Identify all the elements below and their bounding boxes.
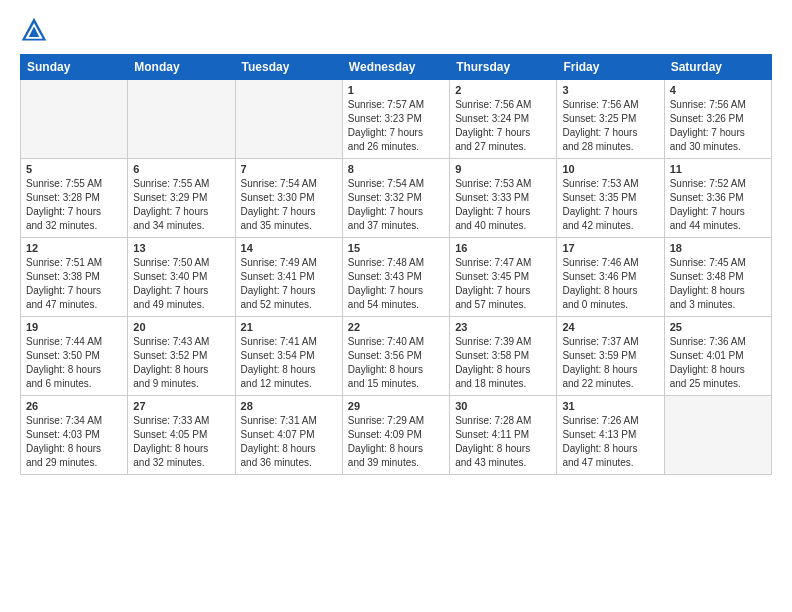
- weekday-header-saturday: Saturday: [664, 55, 771, 80]
- day-number: 22: [348, 321, 444, 333]
- day-number: 11: [670, 163, 766, 175]
- day-number: 28: [241, 400, 337, 412]
- day-info: Sunrise: 7:34 AM Sunset: 4:03 PM Dayligh…: [26, 414, 122, 470]
- calendar-cell: [21, 80, 128, 159]
- calendar-cell: 8Sunrise: 7:54 AM Sunset: 3:32 PM Daylig…: [342, 159, 449, 238]
- day-info: Sunrise: 7:26 AM Sunset: 4:13 PM Dayligh…: [562, 414, 658, 470]
- calendar-week-2: 5Sunrise: 7:55 AM Sunset: 3:28 PM Daylig…: [21, 159, 772, 238]
- day-number: 17: [562, 242, 658, 254]
- day-number: 5: [26, 163, 122, 175]
- day-info: Sunrise: 7:49 AM Sunset: 3:41 PM Dayligh…: [241, 256, 337, 312]
- logo-icon: [20, 16, 48, 44]
- calendar-cell: 9Sunrise: 7:53 AM Sunset: 3:33 PM Daylig…: [450, 159, 557, 238]
- day-number: 23: [455, 321, 551, 333]
- calendar-cell: 3Sunrise: 7:56 AM Sunset: 3:25 PM Daylig…: [557, 80, 664, 159]
- day-number: 18: [670, 242, 766, 254]
- calendar-cell: [664, 396, 771, 475]
- day-info: Sunrise: 7:54 AM Sunset: 3:30 PM Dayligh…: [241, 177, 337, 233]
- day-info: Sunrise: 7:50 AM Sunset: 3:40 PM Dayligh…: [133, 256, 229, 312]
- day-info: Sunrise: 7:57 AM Sunset: 3:23 PM Dayligh…: [348, 98, 444, 154]
- weekday-header-row: SundayMondayTuesdayWednesdayThursdayFrid…: [21, 55, 772, 80]
- day-info: Sunrise: 7:45 AM Sunset: 3:48 PM Dayligh…: [670, 256, 766, 312]
- weekday-header-wednesday: Wednesday: [342, 55, 449, 80]
- calendar-cell: 30Sunrise: 7:28 AM Sunset: 4:11 PM Dayli…: [450, 396, 557, 475]
- day-info: Sunrise: 7:44 AM Sunset: 3:50 PM Dayligh…: [26, 335, 122, 391]
- weekday-header-friday: Friday: [557, 55, 664, 80]
- day-number: 4: [670, 84, 766, 96]
- calendar-cell: 24Sunrise: 7:37 AM Sunset: 3:59 PM Dayli…: [557, 317, 664, 396]
- day-info: Sunrise: 7:37 AM Sunset: 3:59 PM Dayligh…: [562, 335, 658, 391]
- calendar-cell: 25Sunrise: 7:36 AM Sunset: 4:01 PM Dayli…: [664, 317, 771, 396]
- calendar-table: SundayMondayTuesdayWednesdayThursdayFrid…: [20, 54, 772, 475]
- day-number: 19: [26, 321, 122, 333]
- day-info: Sunrise: 7:51 AM Sunset: 3:38 PM Dayligh…: [26, 256, 122, 312]
- calendar-cell: 19Sunrise: 7:44 AM Sunset: 3:50 PM Dayli…: [21, 317, 128, 396]
- calendar-cell: 5Sunrise: 7:55 AM Sunset: 3:28 PM Daylig…: [21, 159, 128, 238]
- day-info: Sunrise: 7:36 AM Sunset: 4:01 PM Dayligh…: [670, 335, 766, 391]
- day-number: 1: [348, 84, 444, 96]
- day-info: Sunrise: 7:55 AM Sunset: 3:29 PM Dayligh…: [133, 177, 229, 233]
- calendar-cell: 28Sunrise: 7:31 AM Sunset: 4:07 PM Dayli…: [235, 396, 342, 475]
- day-info: Sunrise: 7:39 AM Sunset: 3:58 PM Dayligh…: [455, 335, 551, 391]
- header: [20, 16, 772, 44]
- calendar-cell: 4Sunrise: 7:56 AM Sunset: 3:26 PM Daylig…: [664, 80, 771, 159]
- day-info: Sunrise: 7:43 AM Sunset: 3:52 PM Dayligh…: [133, 335, 229, 391]
- day-info: Sunrise: 7:41 AM Sunset: 3:54 PM Dayligh…: [241, 335, 337, 391]
- day-number: 14: [241, 242, 337, 254]
- calendar-cell: 17Sunrise: 7:46 AM Sunset: 3:46 PM Dayli…: [557, 238, 664, 317]
- calendar-cell: [235, 80, 342, 159]
- day-number: 10: [562, 163, 658, 175]
- day-info: Sunrise: 7:28 AM Sunset: 4:11 PM Dayligh…: [455, 414, 551, 470]
- day-info: Sunrise: 7:46 AM Sunset: 3:46 PM Dayligh…: [562, 256, 658, 312]
- day-number: 9: [455, 163, 551, 175]
- day-number: 24: [562, 321, 658, 333]
- calendar-cell: 21Sunrise: 7:41 AM Sunset: 3:54 PM Dayli…: [235, 317, 342, 396]
- day-number: 20: [133, 321, 229, 333]
- calendar-cell: 15Sunrise: 7:48 AM Sunset: 3:43 PM Dayli…: [342, 238, 449, 317]
- day-info: Sunrise: 7:29 AM Sunset: 4:09 PM Dayligh…: [348, 414, 444, 470]
- weekday-header-tuesday: Tuesday: [235, 55, 342, 80]
- calendar-cell: 31Sunrise: 7:26 AM Sunset: 4:13 PM Dayli…: [557, 396, 664, 475]
- day-number: 31: [562, 400, 658, 412]
- day-info: Sunrise: 7:31 AM Sunset: 4:07 PM Dayligh…: [241, 414, 337, 470]
- day-info: Sunrise: 7:40 AM Sunset: 3:56 PM Dayligh…: [348, 335, 444, 391]
- calendar-cell: 29Sunrise: 7:29 AM Sunset: 4:09 PM Dayli…: [342, 396, 449, 475]
- calendar-cell: 22Sunrise: 7:40 AM Sunset: 3:56 PM Dayli…: [342, 317, 449, 396]
- calendar-week-4: 19Sunrise: 7:44 AM Sunset: 3:50 PM Dayli…: [21, 317, 772, 396]
- day-number: 29: [348, 400, 444, 412]
- day-info: Sunrise: 7:55 AM Sunset: 3:28 PM Dayligh…: [26, 177, 122, 233]
- calendar-cell: 10Sunrise: 7:53 AM Sunset: 3:35 PM Dayli…: [557, 159, 664, 238]
- day-number: 30: [455, 400, 551, 412]
- calendar-cell: 1Sunrise: 7:57 AM Sunset: 3:23 PM Daylig…: [342, 80, 449, 159]
- weekday-header-sunday: Sunday: [21, 55, 128, 80]
- calendar-cell: 18Sunrise: 7:45 AM Sunset: 3:48 PM Dayli…: [664, 238, 771, 317]
- day-number: 27: [133, 400, 229, 412]
- page: SundayMondayTuesdayWednesdayThursdayFrid…: [0, 0, 792, 612]
- calendar-cell: 26Sunrise: 7:34 AM Sunset: 4:03 PM Dayli…: [21, 396, 128, 475]
- calendar-cell: 2Sunrise: 7:56 AM Sunset: 3:24 PM Daylig…: [450, 80, 557, 159]
- day-info: Sunrise: 7:33 AM Sunset: 4:05 PM Dayligh…: [133, 414, 229, 470]
- day-number: 2: [455, 84, 551, 96]
- day-number: 15: [348, 242, 444, 254]
- day-info: Sunrise: 7:48 AM Sunset: 3:43 PM Dayligh…: [348, 256, 444, 312]
- calendar-cell: 11Sunrise: 7:52 AM Sunset: 3:36 PM Dayli…: [664, 159, 771, 238]
- calendar-cell: [128, 80, 235, 159]
- logo: [20, 16, 52, 44]
- calendar-cell: 16Sunrise: 7:47 AM Sunset: 3:45 PM Dayli…: [450, 238, 557, 317]
- day-number: 16: [455, 242, 551, 254]
- calendar-cell: 20Sunrise: 7:43 AM Sunset: 3:52 PM Dayli…: [128, 317, 235, 396]
- calendar-week-3: 12Sunrise: 7:51 AM Sunset: 3:38 PM Dayli…: [21, 238, 772, 317]
- day-number: 25: [670, 321, 766, 333]
- day-number: 8: [348, 163, 444, 175]
- calendar-cell: 12Sunrise: 7:51 AM Sunset: 3:38 PM Dayli…: [21, 238, 128, 317]
- day-number: 26: [26, 400, 122, 412]
- calendar-week-1: 1Sunrise: 7:57 AM Sunset: 3:23 PM Daylig…: [21, 80, 772, 159]
- weekday-header-thursday: Thursday: [450, 55, 557, 80]
- day-number: 13: [133, 242, 229, 254]
- calendar-cell: 6Sunrise: 7:55 AM Sunset: 3:29 PM Daylig…: [128, 159, 235, 238]
- day-number: 7: [241, 163, 337, 175]
- day-info: Sunrise: 7:56 AM Sunset: 3:24 PM Dayligh…: [455, 98, 551, 154]
- day-number: 6: [133, 163, 229, 175]
- day-info: Sunrise: 7:53 AM Sunset: 3:33 PM Dayligh…: [455, 177, 551, 233]
- calendar-cell: 7Sunrise: 7:54 AM Sunset: 3:30 PM Daylig…: [235, 159, 342, 238]
